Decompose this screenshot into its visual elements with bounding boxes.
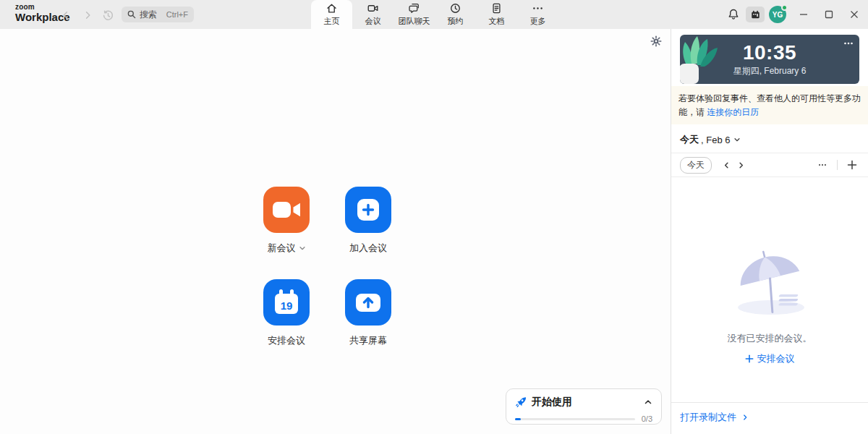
schedule-meeting-link[interactable]: 安排会议: [671, 352, 868, 365]
notice-text: 若要体验回复事件、查看他人的可用性等更多功能，请: [678, 93, 861, 117]
minimize-icon: [799, 10, 808, 19]
video-camera-icon: [367, 2, 379, 14]
open-recordings-link[interactable]: 打开录制文件: [671, 402, 868, 434]
calendar-19-icon: 19: [263, 279, 310, 326]
chevron-right-icon: [741, 414, 749, 421]
clock-more-button[interactable]: [843, 38, 854, 49]
tab-more[interactable]: 更多: [517, 0, 558, 29]
join-meeting-action: 加入会议: [336, 187, 401, 255]
search-input[interactable]: 搜索 Ctrl+F: [122, 7, 194, 22]
chat-bubbles-icon: [408, 2, 420, 14]
clock-icon: [449, 2, 461, 14]
avatar-initials: YG: [773, 11, 783, 19]
titlebar: zoom Workplace 搜索 Ctrl+F 主页: [0, 0, 868, 29]
gear-icon: [650, 35, 662, 47]
join-meeting-button[interactable]: [345, 187, 391, 233]
presence-dot: [781, 4, 788, 11]
getting-started-card: 开始使用 0/3: [506, 388, 662, 425]
rocket-icon: [515, 396, 527, 408]
tab-meetings[interactable]: 会议: [352, 0, 393, 29]
home-content: 新会议 加入会议 19 安排会议: [0, 29, 671, 434]
schedule-meeting-button[interactable]: 19: [263, 279, 310, 326]
video-camera-icon: [263, 187, 310, 233]
divider: [671, 176, 868, 177]
new-meeting-action: 新会议: [254, 187, 319, 255]
search-shortcut: Ctrl+F: [166, 10, 188, 19]
tab-bookings-label: 预约: [448, 16, 464, 27]
minimize-button[interactable]: [791, 0, 816, 29]
new-meeting-label: 新会议: [268, 242, 296, 255]
calendar-header-date: , Feb 6: [701, 135, 730, 145]
schedule-meeting-action: 19 安排会议: [254, 279, 319, 347]
beach-umbrella-illustration: [671, 248, 868, 318]
document-icon: [490, 2, 503, 14]
bell-icon: [727, 8, 740, 21]
tab-more-label: 更多: [530, 16, 546, 27]
tab-meetings-label: 会议: [365, 16, 381, 27]
new-meeting-button[interactable]: [263, 187, 310, 233]
arrow-up-icon: [345, 279, 391, 326]
add-event-button[interactable]: [845, 158, 859, 172]
avatar[interactable]: YG: [769, 6, 786, 23]
nav-back-button[interactable]: [58, 7, 74, 23]
next-day-button[interactable]: [733, 158, 748, 172]
schedule-meeting-link-label: 安排会议: [757, 352, 795, 365]
mail-calendar-button[interactable]: [746, 7, 765, 22]
close-button[interactable]: [841, 0, 867, 29]
maximize-icon: [825, 10, 833, 19]
more-dots-icon: [532, 2, 544, 14]
progress-bar: [515, 418, 635, 420]
open-recordings-label: 打开录制文件: [680, 411, 736, 424]
calendar-day-number: 19: [281, 299, 293, 312]
tab-home-label: 主页: [324, 16, 340, 27]
maximize-button[interactable]: [816, 0, 841, 29]
titlebar-right: YG: [723, 0, 868, 29]
join-meeting-label: 加入会议: [349, 242, 387, 255]
tab-home[interactable]: 主页: [311, 0, 352, 29]
settings-button[interactable]: [650, 35, 662, 47]
calendar-more-button[interactable]: [815, 158, 830, 172]
search-placeholder: 搜索: [140, 9, 157, 21]
progress-count: 0/3: [642, 414, 652, 423]
divider: [837, 160, 838, 170]
tab-docs[interactable]: 文档: [476, 0, 517, 29]
plus-icon: [745, 354, 754, 363]
chevron-up-icon: [644, 398, 652, 407]
history-button[interactable]: [100, 7, 116, 23]
calendar-icon: [750, 9, 761, 20]
calendar-header-today: 今天: [680, 133, 699, 146]
close-icon: [850, 10, 859, 19]
empty-schedule-state: 没有已安排的会议。 安排会议: [671, 248, 868, 365]
getting-started-title: 开始使用: [532, 396, 572, 409]
share-screen-button[interactable]: [345, 279, 391, 326]
quick-actions: 新会议 加入会议 19 安排会议: [254, 187, 401, 347]
calendar-connect-notice: 若要体验回复事件、查看他人的可用性等更多功能，请 连接你的日历: [671, 86, 868, 124]
history-clock-icon: [102, 9, 114, 22]
today-button[interactable]: 今天: [680, 157, 712, 174]
share-screen-label: 共享屏幕: [349, 334, 387, 347]
tab-team-chat-label: 团队聊天: [399, 16, 430, 27]
tab-team-chat[interactable]: 团队聊天: [393, 0, 435, 29]
prev-day-button[interactable]: [719, 158, 733, 172]
calendar-panel: 10:35 星期四, February 6 若要体验回复事件、查看他人的可用性等…: [671, 29, 868, 434]
tab-bookings[interactable]: 预约: [435, 0, 476, 29]
plant-illustration: [680, 35, 720, 84]
plus-icon: [345, 187, 391, 233]
home-icon: [326, 2, 338, 14]
notifications-button[interactable]: [723, 4, 744, 25]
collapse-button[interactable]: [644, 398, 652, 407]
chevron-left-icon: [61, 10, 71, 20]
search-icon: [127, 10, 136, 19]
calendar-toolbar: 今天: [671, 153, 868, 176]
no-meetings-message: 没有已安排的会议。: [671, 332, 868, 345]
chevron-right-icon: [82, 10, 93, 20]
tab-docs-label: 文档: [489, 16, 505, 27]
progress-fill: [515, 418, 521, 420]
connect-calendar-link[interactable]: 连接你的日历: [707, 107, 759, 117]
share-screen-action: 共享屏幕: [336, 279, 401, 347]
calendar-date-header[interactable]: 今天 , Feb 6: [680, 133, 859, 146]
chevron-down-icon[interactable]: [299, 244, 306, 252]
nav-forward-button[interactable]: [80, 7, 95, 23]
schedule-meeting-label: 安排会议: [268, 334, 305, 347]
chevron-down-icon: [733, 136, 741, 143]
